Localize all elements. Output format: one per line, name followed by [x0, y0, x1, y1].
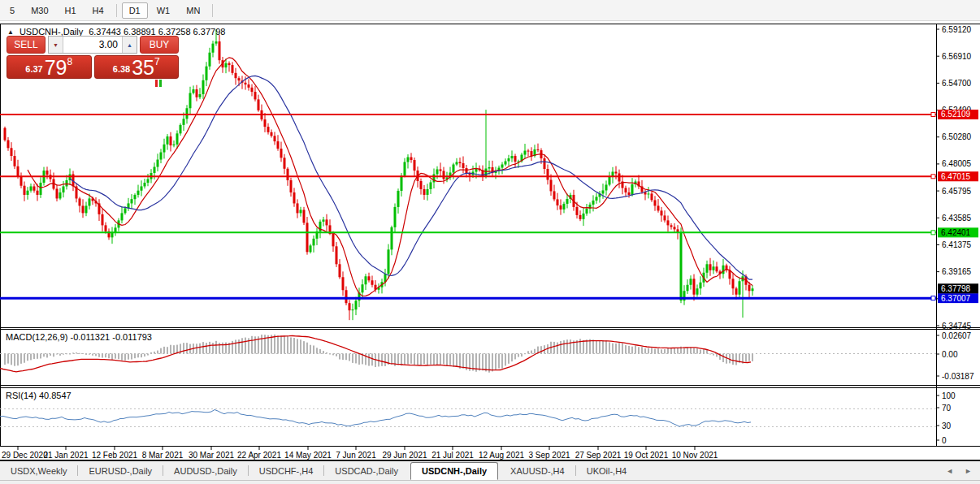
buy-button[interactable]: BUY [140, 36, 179, 54]
tab-xauusd-h4[interactable]: XAUUSD-,H4 [500, 463, 575, 479]
tick-up-bar [159, 80, 162, 87]
svg-text:0.00: 0.00 [942, 350, 958, 359]
svg-text:6.54700: 6.54700 [942, 79, 972, 88]
svg-text:6.37007: 6.37007 [941, 294, 971, 303]
chevron-down-icon: ▼ [53, 42, 59, 48]
ma-slow-line [70, 76, 752, 279]
collapse-chart-icon[interactable]: ▲ [7, 28, 14, 36]
sell-price-box[interactable]: 6.37 79 8 [7, 55, 92, 79]
svg-text:6.39165: 6.39165 [942, 267, 972, 276]
sell-button[interactable]: SELL [7, 36, 46, 54]
svg-text:6.48005: 6.48005 [942, 159, 972, 168]
tab-scroll-left-button[interactable]: ◄ [946, 467, 953, 475]
buy-price-box[interactable]: 6.38 35 7 [94, 55, 180, 79]
svg-text:6.59120: 6.59120 [942, 25, 972, 34]
volume-spinner: ▼ 3.00 ▲ [48, 36, 137, 54]
buy-price-big: 35 [132, 59, 154, 76]
svg-text:21 Jul 2021: 21 Jul 2021 [431, 451, 474, 460]
buy-price-prefix: 6.38 [113, 64, 130, 74]
volume-input[interactable]: 3.00 [63, 37, 123, 53]
current-price-label: 6.37798 [938, 283, 978, 293]
svg-text:6.42401: 6.42401 [941, 228, 971, 237]
svg-text:6.43585: 6.43585 [942, 214, 972, 223]
svg-text:3 Sep 2021: 3 Sep 2021 [528, 451, 570, 460]
svg-text:8 Mar 2021: 8 Mar 2021 [142, 451, 184, 460]
price-level-lines: 6.521096.470156.424016.37007 [0, 110, 978, 303]
tab-scroll-right-button[interactable]: ► [965, 467, 972, 475]
svg-text:19 Oct 2021: 19 Oct 2021 [624, 451, 669, 460]
svg-text:27 Sep 2021: 27 Sep 2021 [575, 451, 622, 460]
svg-text:30 Mar 2021: 30 Mar 2021 [189, 451, 235, 460]
svg-text:29 Jun 2021: 29 Jun 2021 [382, 451, 427, 460]
svg-text:6.41375: 6.41375 [942, 240, 972, 249]
svg-text:14 May 2021: 14 May 2021 [284, 451, 332, 460]
svg-text:21 Jan 2021: 21 Jan 2021 [43, 451, 88, 460]
svg-text:12 Aug 2021: 12 Aug 2021 [479, 451, 525, 460]
volume-decrease-button[interactable]: ▼ [49, 37, 63, 53]
svg-text:6.37798: 6.37798 [941, 284, 971, 293]
tick-down-bar [155, 80, 158, 87]
svg-text:22 Apr 2021: 22 Apr 2021 [237, 451, 281, 460]
tab-audusd-daily[interactable]: AUDUSD-,Daily [163, 463, 248, 479]
svg-text:6.50280: 6.50280 [942, 132, 972, 141]
svg-text:0: 0 [942, 436, 947, 445]
svg-text:70: 70 [942, 404, 952, 413]
svg-text:29 Dec 2020: 29 Dec 2020 [2, 451, 48, 460]
sell-price-sup: 8 [67, 56, 73, 67]
rsi-indicator-label: RSI(14) 40.8547 [6, 391, 72, 400]
tab-eurusd-daily[interactable]: EURUSD-,Daily [78, 463, 163, 479]
tab-usdcnh-daily[interactable]: USDCNH-,Daily [410, 462, 498, 480]
svg-text:0.02607: 0.02607 [942, 331, 972, 340]
svg-text:6.45795: 6.45795 [942, 187, 972, 196]
svg-text:-0.03187: -0.03187 [942, 372, 974, 381]
svg-text:6.34745: 6.34745 [942, 322, 972, 331]
sell-price-prefix: 6.37 [25, 64, 42, 74]
svg-text:6.52109: 6.52109 [941, 110, 971, 119]
volume-increase-button[interactable]: ▲ [123, 37, 137, 53]
one-click-trading-panel: SELL ▼ 3.00 ▲ BUY 6.37 79 8 6.38 35 7 [7, 36, 179, 79]
svg-text:6.47015: 6.47015 [941, 172, 971, 181]
chevron-up-icon: ▲ [127, 42, 132, 48]
sell-price-big: 79 [45, 59, 67, 76]
svg-text:100: 100 [942, 391, 956, 400]
tab-usdx-weekly[interactable]: USDX,Weekly [0, 463, 77, 479]
rsi-line [0, 410, 751, 427]
tab-ukoil-h4[interactable]: UKOil-,H4 [576, 463, 638, 479]
chart-tab-bar: USDX,WeeklyEURUSD-,DailyAUDUSD-,DailyUSD… [0, 461, 980, 481]
tab-usdcad-daily[interactable]: USDCAD-,Daily [324, 463, 409, 479]
svg-text:6.56910: 6.56910 [942, 52, 972, 61]
date-axis: 29 Dec 202021 Jan 202112 Feb 20218 Mar 2… [2, 447, 718, 460]
buy-price-sup: 7 [154, 56, 160, 67]
svg-text:10 Nov 2021: 10 Nov 2021 [672, 451, 718, 460]
macd-indicator-label: MACD(12,26,9) -0.011321 -0.011793 [6, 332, 152, 342]
svg-text:12 Feb 2021: 12 Feb 2021 [92, 451, 138, 460]
tick-direction-indicator [155, 80, 162, 87]
svg-text:7 Jun 2021: 7 Jun 2021 [336, 451, 376, 460]
tab-usdchf-h4[interactable]: USDCHF-,H4 [249, 463, 324, 479]
svg-text:30: 30 [942, 421, 952, 430]
